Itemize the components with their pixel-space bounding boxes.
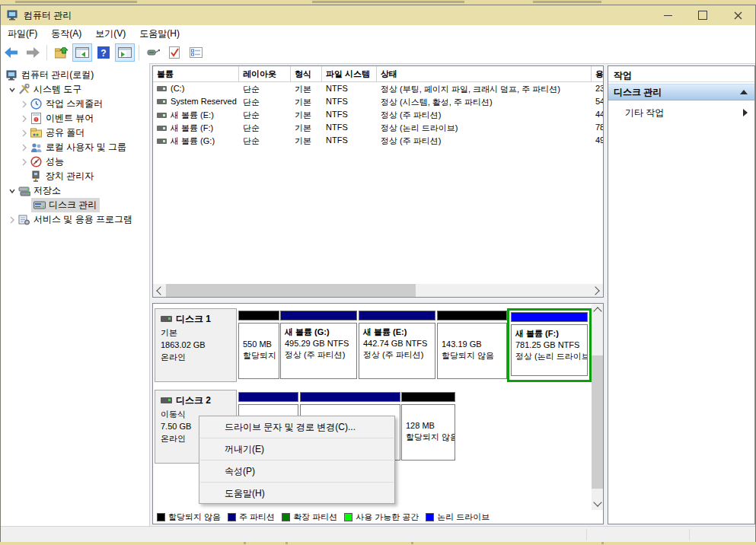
tree-item-label: 공유 폴더	[46, 126, 85, 139]
svg-text:?: ?	[100, 48, 106, 59]
volume-row-c[interactable]: (C:) 단순 기본 NTFS 정상 (부팅, 페이지 파일, 크래시 덤프, …	[153, 82, 603, 95]
partition-volume-e[interactable]: 새 볼륨 (E:) 442.74 GB NTFS 정상 (주 파티션)	[359, 308, 435, 382]
partition-unallocated-128mb[interactable]: 128 MB 할당되지 않음	[401, 390, 455, 464]
partition-volume-f-selected[interactable]: 새 볼륨 (F:) 781.25 GB NTFS 정상 (논리 드라이브)	[507, 308, 592, 382]
forward-button[interactable]	[23, 43, 43, 62]
disk-1-row: 디스크 1 기본 1863.02 GB 온라인 550 MB 할당되지 않음 새…	[153, 308, 592, 382]
column-header-volume[interactable]: 볼륨	[153, 66, 239, 81]
context-menu-properties[interactable]: 속성(P)	[199, 461, 394, 482]
volume-row-g[interactable]: 새 볼륨 (G:) 단순 기본 NTFS 정상 (주 파티션) 495	[153, 134, 603, 147]
horizontal-scrollbar[interactable]	[153, 284, 603, 297]
scroll-left-arrow[interactable]	[153, 284, 166, 297]
toolbar-separator	[139, 45, 139, 60]
volume-row-e[interactable]: 새 볼륨 (E:) 단순 기본 NTFS 정상 (주 파티션) 442	[153, 108, 603, 121]
scrollbar-thumb[interactable]	[166, 284, 416, 297]
chevron-expanded-icon[interactable]	[7, 186, 18, 196]
tree-item-device-manager[interactable]: 장치 관리자	[1, 169, 149, 183]
actions-section-disk-management[interactable]: 디스크 관리	[608, 84, 754, 100]
actions-item-more-actions[interactable]: 기타 작업	[608, 104, 754, 122]
toggle-action-pane-button[interactable]	[115, 43, 135, 62]
chevron-expanded-icon[interactable]	[7, 84, 18, 95]
partition-unallocated-143gb[interactable]: 143.19 GB 할당되지 않음	[437, 308, 507, 382]
maximize-button[interactable]	[685, 5, 720, 25]
partition-volume-g[interactable]: 새 볼륨 (G:) 495.29 GB NTFS 정상 (주 파티션)	[280, 308, 357, 382]
menu-file[interactable]: 파일(F)	[1, 25, 44, 43]
tree-item-task-scheduler[interactable]: 작업 스케줄러	[1, 97, 149, 111]
tree-item-disk-management[interactable]: 디스크 관리	[1, 198, 149, 212]
toolbar: ?	[1, 42, 755, 64]
window-controls	[650, 5, 755, 25]
tree-item-label: 서비스 및 응용 프로그램	[33, 213, 132, 226]
status-bar	[1, 526, 755, 542]
screen: 컴퓨터 관리 파일(F) 동작(A) 보기(V) 도움말(H)	[0, 0, 756, 545]
tree-item-label: 컴퓨터 관리(로컬)	[21, 69, 94, 81]
chevron-collapsed-icon[interactable]	[19, 142, 30, 153]
event-viewer-icon: !	[30, 113, 43, 125]
column-header-layout[interactable]: 레이아웃	[239, 66, 291, 81]
chevron-collapsed-icon[interactable]	[7, 215, 18, 225]
tree-item-label: 디스크 관리	[49, 199, 97, 212]
scrollbar-thumb[interactable]	[592, 355, 603, 489]
tree-item-services-applications[interactable]: 서비스 및 응용 프로그램	[1, 212, 149, 227]
scope-checklist-button[interactable]	[164, 43, 184, 62]
tree-item-label: 저장소	[33, 184, 61, 197]
chevron-collapsed-icon[interactable]	[19, 157, 30, 167]
back-button[interactable]	[2, 43, 21, 62]
toggle-console-tree-button[interactable]	[72, 43, 92, 62]
legend-logical-swatch	[426, 513, 434, 521]
scroll-up-arrow[interactable]	[592, 304, 603, 317]
close-icon	[734, 11, 742, 20]
tree-item-local-users-groups[interactable]: 로컬 사용자 및 그룹	[1, 140, 149, 155]
tree-item-event-viewer[interactable]: ! 이벤트 뷰어	[1, 111, 149, 126]
menu-action[interactable]: 동작(A)	[44, 25, 88, 43]
menu-view[interactable]: 보기(V)	[88, 25, 132, 43]
close-button[interactable]	[720, 5, 755, 25]
column-header-type[interactable]: 형식	[291, 66, 322, 81]
export-list-button[interactable]	[51, 43, 71, 62]
collapse-icon[interactable]	[740, 90, 748, 94]
computer-management-window: 컴퓨터 관리 파일(F) 동작(A) 보기(V) 도움말(H)	[0, 5, 756, 542]
tree-item-shared-folders[interactable]: 공유 폴더	[1, 126, 149, 140]
chevron-collapsed-icon[interactable]	[19, 113, 30, 124]
chevron-collapsed-icon[interactable]	[19, 99, 30, 110]
disk-management-icon	[33, 199, 46, 212]
column-header-capacity[interactable]: 용량	[592, 66, 603, 81]
status-bar-separator	[586, 529, 587, 540]
disk-size: 1863.02 GB	[161, 339, 236, 351]
tree-item-computer-management[interactable]: 컴퓨터 관리(로컬)	[1, 68, 149, 82]
tree-item-label: 성능	[46, 155, 64, 168]
chevron-collapsed-icon[interactable]	[19, 128, 30, 139]
tree-item-storage[interactable]: 저장소	[1, 183, 149, 198]
volume-list-header: 볼륨 레이아웃 형식 파일 시스템 상태 용량	[153, 66, 603, 82]
partition-unallocated-550mb[interactable]: 550 MB 할당되지 않음	[238, 308, 279, 382]
volume-row-system-reserved[interactable]: System Reserved 단순 기본 NTFS 정상 (시스템, 활성, …	[153, 95, 603, 108]
menu-bar: 파일(F) 동작(A) 보기(V) 도움말(H)	[1, 25, 755, 43]
title-bar[interactable]: 컴퓨터 관리	[1, 5, 755, 25]
scroll-right-arrow[interactable]	[590, 284, 603, 297]
minimize-button[interactable]	[650, 5, 685, 25]
scroll-down-arrow[interactable]	[592, 497, 603, 510]
console-properties-button[interactable]	[143, 43, 163, 62]
actions-pane: 작업 디스크 관리 기타 작업	[608, 65, 755, 524]
vertical-scrollbar[interactable]	[592, 304, 603, 510]
forward-icon	[26, 47, 40, 58]
column-header-filesystem[interactable]: 파일 시스템	[322, 66, 377, 81]
context-menu-eject[interactable]: 꺼내기(E)	[199, 438, 394, 460]
menu-help[interactable]: 도움말(H)	[132, 25, 187, 43]
disk-1-label[interactable]: 디스크 1 기본 1863.02 GB 온라인	[155, 308, 237, 382]
tree-item-label: 작업 스케줄러	[46, 97, 103, 110]
context-menu-change-drive-letter[interactable]: 드라이브 문자 및 경로 변경(C)...	[199, 416, 394, 438]
disk-type: 기본	[161, 327, 236, 339]
volume-row-f[interactable]: 새 볼륨 (F:) 단순 기본 NTFS 정상 (논리 드라이브) 781	[153, 121, 603, 134]
column-header-status[interactable]: 상태	[377, 66, 592, 81]
tree-item-performance[interactable]: 성능	[1, 155, 149, 169]
list-options-button[interactable]	[186, 43, 206, 62]
legend-free-space-swatch	[344, 513, 352, 521]
volume-icon	[157, 139, 167, 144]
folder-export-icon	[55, 47, 68, 59]
tree-item-system-tools[interactable]: 시스템 도구	[1, 82, 149, 97]
context-menu-help[interactable]: 도움말(H)	[199, 483, 394, 504]
help-button[interactable]: ?	[94, 43, 113, 62]
back-icon	[5, 47, 18, 58]
window-title: 컴퓨터 관리	[24, 9, 72, 22]
